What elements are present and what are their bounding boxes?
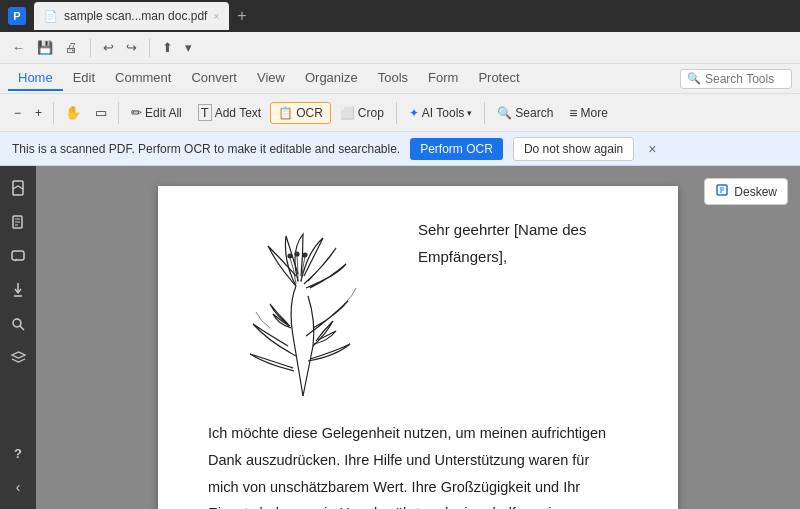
nav-tabs: Home Edit Comment Convert View Organize … <box>0 64 800 94</box>
sidebar-icon-bookmark[interactable] <box>4 174 32 202</box>
lily-svg <box>208 216 398 406</box>
add-text-button[interactable]: T Add Text <box>191 101 268 124</box>
hand-icon: ✋ <box>65 105 81 120</box>
document-body: Ich möchte diese Gelegenheit nutzen, um … <box>208 420 628 509</box>
search-tools-container: 🔍 <box>680 69 792 89</box>
tab-form[interactable]: Form <box>418 66 468 91</box>
app-icon: P <box>8 7 26 25</box>
more-label: More <box>581 106 608 120</box>
tab-edit[interactable]: Edit <box>63 66 105 91</box>
notification-close-btn[interactable]: × <box>648 141 656 157</box>
tab-home[interactable]: Home <box>8 66 63 91</box>
sidebar-icon-search[interactable] <box>4 310 32 338</box>
toolbar-container: ← 💾 🖨 ↩ ↪ ⬆ ▾ Home Edit Comment Convert … <box>0 32 800 132</box>
save-button[interactable]: 💾 <box>33 38 57 57</box>
search-label: Search <box>515 106 553 120</box>
print-button[interactable]: 🖨 <box>61 38 82 57</box>
ocr-button[interactable]: 📋 OCR <box>270 102 331 124</box>
bookmark-icon <box>10 180 26 196</box>
deskew-button[interactable]: Deskew <box>704 178 788 205</box>
notification-bar: This is a scanned PDF. Perform OCR to ma… <box>0 132 800 166</box>
share-icon: ⬆ <box>162 40 173 55</box>
quick-bar-dropdown[interactable]: ▾ <box>181 38 196 57</box>
collapse-icon: ‹ <box>16 479 21 495</box>
sidebar-icon-layers[interactable] <box>4 344 32 372</box>
crop-label: Crop <box>358 106 384 120</box>
back-button[interactable]: ← <box>8 38 29 57</box>
ai-tools-icon: ✦ <box>409 106 419 120</box>
ribbon-sep-3 <box>396 102 397 124</box>
ribbon-sep-4 <box>484 102 485 124</box>
tab-view[interactable]: View <box>247 66 295 91</box>
crop-icon: ⬜ <box>340 106 355 120</box>
tab-convert[interactable]: Convert <box>181 66 247 91</box>
sidebar-icon-page[interactable] <box>4 208 32 236</box>
tab-protect[interactable]: Protect <box>468 66 529 91</box>
page-icon <box>11 215 26 230</box>
tab-organize[interactable]: Organize <box>295 66 368 91</box>
zoom-out-button[interactable]: − <box>8 102 27 124</box>
select-icon: ▭ <box>95 105 107 120</box>
sidebar-icon-collapse[interactable]: ‹ <box>4 473 32 501</box>
deskew-label: Deskew <box>734 185 777 199</box>
select-tool-button[interactable]: ▭ <box>89 101 113 124</box>
notification-message: This is a scanned PDF. Perform OCR to ma… <box>12 142 400 156</box>
tab-area: 📄 sample scan...man doc.pdf × + <box>34 2 792 30</box>
zoom-in-icon: + <box>35 106 42 120</box>
title-bar: P 📄 sample scan...man doc.pdf × + <box>0 0 800 32</box>
dropdown-icon: ▾ <box>185 40 192 55</box>
tab-comment[interactable]: Comment <box>105 66 181 91</box>
undo-button[interactable]: ↩ <box>99 38 118 57</box>
share-button[interactable]: ⬆ <box>158 38 177 57</box>
more-button[interactable]: ≡ More <box>562 102 615 124</box>
active-tab[interactable]: 📄 sample scan...man doc.pdf × <box>34 2 229 30</box>
ribbon-sep-1 <box>53 102 54 124</box>
search-button[interactable]: 🔍 Search <box>490 103 560 123</box>
sidebar-bottom: ? ‹ <box>4 439 32 509</box>
tab-close-btn[interactable]: × <box>213 11 219 22</box>
comment-icon <box>11 249 26 264</box>
search-ribbon-icon: 🔍 <box>497 106 512 120</box>
crop-button[interactable]: ⬜ Crop <box>333 103 391 123</box>
more-icon: ≡ <box>569 105 577 121</box>
print-icon: 🖨 <box>65 40 78 55</box>
svg-point-5 <box>288 254 292 258</box>
edit-all-label: Edit All <box>145 106 182 120</box>
back-icon: ← <box>12 40 25 55</box>
zoom-in-button[interactable]: + <box>29 102 48 124</box>
ocr-label: OCR <box>296 106 323 120</box>
tab-pdf-icon: 📄 <box>44 10 58 23</box>
separator-2 <box>149 39 150 57</box>
svg-rect-2 <box>12 251 24 260</box>
do-not-show-button[interactable]: Do not show again <box>513 137 634 161</box>
redo-button[interactable]: ↪ <box>122 38 141 57</box>
ai-tools-label: AI Tools <box>422 106 464 120</box>
flower-illustration <box>208 216 398 410</box>
tab-tools[interactable]: Tools <box>368 66 418 91</box>
search-tools-icon: 🔍 <box>687 72 701 85</box>
help-icon: ? <box>14 446 22 461</box>
document-area[interactable]: Deskew <box>36 166 800 509</box>
new-tab-button[interactable]: + <box>231 7 252 25</box>
tab-label: sample scan...man doc.pdf <box>64 9 207 23</box>
hand-tool-button[interactable]: ✋ <box>59 101 87 124</box>
svg-point-3 <box>13 319 21 327</box>
save-icon: 💾 <box>37 40 53 55</box>
sidebar-icon-attachment[interactable] <box>4 276 32 304</box>
sidebar-icon-comment[interactable] <box>4 242 32 270</box>
separator-1 <box>90 39 91 57</box>
layers-icon <box>11 351 26 365</box>
search-tools-input[interactable] <box>705 72 785 86</box>
svg-point-7 <box>303 253 307 257</box>
ribbon: − + ✋ ▭ ✏ Edit All T Add Text 📋 OCR ⬜ Cr… <box>0 94 800 132</box>
perform-ocr-button[interactable]: Perform OCR <box>410 138 503 160</box>
left-sidebar: ? ‹ <box>0 166 36 509</box>
quick-bar: ← 💾 🖨 ↩ ↪ ⬆ ▾ <box>0 32 800 64</box>
edit-all-button[interactable]: ✏ Edit All <box>124 102 189 123</box>
sidebar-icon-help[interactable]: ? <box>4 439 32 467</box>
search-icon <box>11 317 26 332</box>
zoom-out-icon: − <box>14 106 21 120</box>
undo-icon: ↩ <box>103 40 114 55</box>
ai-tools-button[interactable]: ✦ AI Tools ▾ <box>402 103 479 123</box>
redo-icon: ↪ <box>126 40 137 55</box>
